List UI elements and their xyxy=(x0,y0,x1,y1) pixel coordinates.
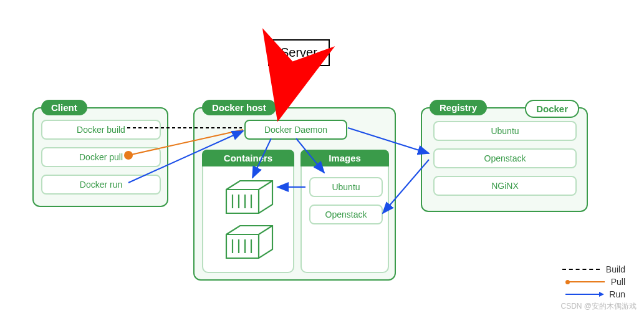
container-icon xyxy=(225,178,274,216)
legend-run: Run xyxy=(562,289,625,299)
client-panel-title: Client xyxy=(41,100,87,115)
images-subpanel: Images Ubuntu Openstack xyxy=(300,150,389,273)
docker-daemon: Docker Daemon xyxy=(244,120,347,140)
server-annotation-label: Server xyxy=(281,46,317,59)
registry-item-nginx: NGiNX xyxy=(433,176,577,196)
image-ubuntu: Ubuntu xyxy=(309,177,383,197)
client-panel: Client Docker build Docker pull Docker r… xyxy=(32,107,168,207)
legend-pull: Pull xyxy=(562,277,625,287)
image-openstack: Openstack xyxy=(309,205,383,224)
client-item-build: Docker build xyxy=(41,120,161,140)
server-annotation-box: Server xyxy=(268,39,330,66)
client-item-pull: Docker pull xyxy=(41,147,161,167)
legend-run-label: Run xyxy=(609,289,625,299)
svg-line-1 xyxy=(281,65,292,110)
container-icon xyxy=(225,223,274,261)
legend-pull-label: Pull xyxy=(611,277,625,287)
registry-panel-title: Registry xyxy=(430,100,487,115)
registry-item-openstack: Openstack xyxy=(433,148,577,168)
legend-pull-line xyxy=(567,281,605,282)
registry-item-ubuntu: Ubuntu xyxy=(433,121,577,141)
host-panel-title: Docker host xyxy=(202,100,276,115)
legend-build-line xyxy=(562,269,600,270)
containers-subpanel: Containers xyxy=(202,150,294,273)
legend: Build Pull Run xyxy=(562,264,625,302)
watermark: CSDN @安的木偶游戏 xyxy=(560,301,637,312)
containers-title: Containers xyxy=(202,150,294,166)
client-item-run: Docker run xyxy=(41,175,161,195)
host-panel: Docker host Docker Daemon Containers xyxy=(193,107,396,281)
legend-build-label: Build xyxy=(606,264,625,274)
images-title: Images xyxy=(300,150,389,166)
legend-build: Build xyxy=(562,264,625,274)
registry-panel: Registry Docker Ubuntu Openstack NGiNX xyxy=(421,107,588,212)
legend-run-line xyxy=(565,294,603,295)
registry-subtitle: Docker xyxy=(525,100,579,118)
docker-architecture-diagram: Server Client Docker build Docker pull D… xyxy=(0,0,644,313)
